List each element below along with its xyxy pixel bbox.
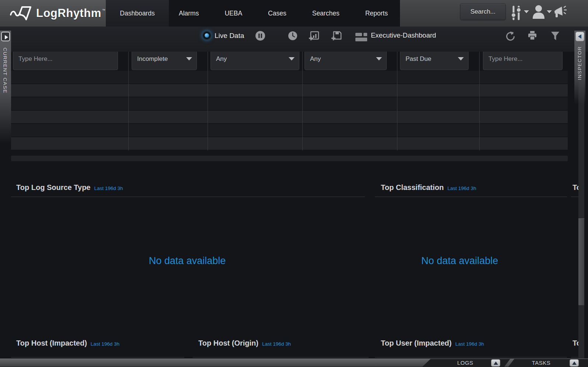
filter-status-dropdown[interactable]: Incomplete bbox=[132, 52, 197, 70]
table-row bbox=[11, 137, 568, 150]
tab-ueba[interactable]: UEBA bbox=[215, 0, 252, 27]
filter-due-dropdown[interactable]: Past Due bbox=[400, 52, 469, 70]
widget-title: Top Host (Impacted) bbox=[16, 339, 87, 347]
chevron-down-icon[interactable] bbox=[547, 10, 552, 13]
dashboard-name[interactable]: Executive-Dashboard bbox=[371, 31, 436, 39]
widget-time-range[interactable]: Last 196d 3h bbox=[455, 341, 484, 347]
tasks-drawer-tab[interactable]: TASKS bbox=[523, 359, 560, 367]
chevron-down-icon bbox=[289, 57, 295, 60]
widget-time-range[interactable]: Last 196d 3h bbox=[262, 341, 291, 347]
no-data-message: No data available bbox=[412, 255, 508, 267]
column-divider bbox=[208, 52, 208, 150]
table-row bbox=[11, 124, 568, 137]
widget-underline bbox=[11, 357, 184, 357]
nav-tabs: Alarms UEBA Cases Searches Reports bbox=[169, 0, 398, 27]
widget-underline bbox=[571, 357, 578, 357]
chevron-down-icon bbox=[376, 57, 382, 60]
filter-value: Any bbox=[216, 55, 227, 63]
widget-title: Top Log Source Type bbox=[16, 183, 90, 191]
undo-refresh-icon[interactable] bbox=[505, 31, 515, 41]
chevron-down-icon[interactable] bbox=[524, 10, 529, 13]
logrhythm-app: Type Here... Incomplete Any Any Past Due… bbox=[0, 0, 588, 367]
top-nav: LogRhythm ™ Dashboards Alarms UEBA Cases… bbox=[0, 0, 588, 27]
add-widget-icon[interactable] bbox=[309, 31, 319, 41]
brand-wordmark: LogRhythm bbox=[36, 7, 101, 20]
live-data-toggle[interactable] bbox=[202, 31, 211, 40]
widget-title: Top Classification bbox=[381, 183, 444, 191]
filter-text-input-2[interactable]: Type Here... bbox=[483, 52, 563, 70]
user-profile-icon[interactable] bbox=[532, 5, 545, 19]
widget-title: To bbox=[573, 183, 578, 191]
widget-header-top-user-impacted: Top User (Impacted)Last 196d 3h bbox=[381, 339, 484, 347]
inspector-panel-tab[interactable]: INSPECTOR bbox=[574, 31, 585, 104]
table-row bbox=[11, 97, 568, 110]
tasks-expand-button[interactable] bbox=[570, 359, 579, 367]
widget-title: Top Host (Origin) bbox=[198, 339, 258, 347]
tab-alarms[interactable]: Alarms bbox=[169, 0, 209, 27]
widget-underline bbox=[193, 357, 369, 357]
expand-current-case-button[interactable] bbox=[1, 32, 10, 41]
bottom-status-bar: LOGS TASKS bbox=[0, 359, 588, 367]
announcements-megaphone-icon[interactable] bbox=[553, 5, 567, 18]
column-divider bbox=[302, 52, 303, 150]
tab-cases[interactable]: Cases bbox=[258, 0, 296, 27]
table-row bbox=[11, 71, 568, 84]
current-case-label: CURRENT CASE bbox=[2, 48, 8, 93]
chevron-down-icon bbox=[458, 57, 464, 60]
widget-header-top-host-origin: Top Host (Origin)Last 196d 3h bbox=[198, 339, 291, 347]
widget-underline bbox=[375, 197, 567, 197]
horizontal-scrollbar[interactable] bbox=[11, 156, 568, 161]
dashboard-content: Type Here... Incomplete Any Any Past Due… bbox=[0, 52, 588, 359]
current-case-panel-tab[interactable]: CURRENT CASE bbox=[0, 31, 11, 143]
pause-button[interactable] bbox=[255, 31, 265, 41]
filter-funnel-icon[interactable] bbox=[551, 31, 560, 41]
chevron-down-icon bbox=[186, 57, 192, 60]
filter-placeholder: Type Here... bbox=[488, 55, 523, 63]
preferences-sliders-icon[interactable] bbox=[511, 5, 522, 21]
widget-header-clipped: To bbox=[573, 339, 578, 349]
widget-title: To bbox=[573, 339, 578, 347]
filter-value: Past Due bbox=[406, 55, 431, 63]
logs-drawer-tab[interactable]: LOGS bbox=[447, 359, 484, 367]
live-data-label: Live Data bbox=[215, 32, 244, 40]
save-dashboard-icon[interactable] bbox=[331, 31, 342, 41]
arrow-up-icon bbox=[494, 361, 498, 365]
widget-time-range[interactable]: Last 196d 3h bbox=[94, 186, 123, 191]
nav-right-section: Search... bbox=[400, 0, 588, 27]
widget-title: Top User (Impacted) bbox=[381, 339, 452, 347]
no-data-message: No data available bbox=[139, 255, 235, 267]
filter-text-input-1[interactable]: Type Here... bbox=[13, 52, 118, 70]
filter-any-dropdown-1[interactable]: Any bbox=[211, 52, 299, 70]
scrollbar-thumb[interactable] bbox=[578, 218, 584, 305]
inspector-label: INSPECTOR bbox=[577, 46, 582, 80]
column-divider bbox=[397, 52, 397, 150]
widget-underline bbox=[375, 357, 567, 357]
widget-time-range[interactable]: Last 196d 3h bbox=[448, 186, 476, 191]
table-row bbox=[11, 84, 568, 97]
filter-any-dropdown-2[interactable]: Any bbox=[305, 52, 387, 70]
dashboard-layout-icon[interactable] bbox=[355, 33, 367, 41]
widget-header-top-log-source-type: Top Log Source TypeLast 196d 3h bbox=[16, 183, 123, 192]
widget-time-range[interactable]: Last 196d 3h bbox=[91, 341, 119, 347]
dashboard-toolbar: Live Data Execu bbox=[0, 27, 588, 52]
column-divider bbox=[128, 52, 129, 150]
filter-value: Incomplete bbox=[137, 55, 168, 63]
logs-expand-button[interactable] bbox=[491, 359, 500, 367]
arrow-left-icon bbox=[578, 34, 581, 39]
tab-reports[interactable]: Reports bbox=[355, 0, 398, 27]
widget-underline bbox=[11, 197, 365, 197]
table-row bbox=[11, 111, 568, 124]
logrhythm-wave-icon bbox=[10, 5, 32, 21]
column-divider bbox=[479, 52, 480, 150]
live-indicator bbox=[205, 33, 209, 38]
arrow-right-icon bbox=[5, 35, 8, 39]
search-button[interactable]: Search... bbox=[460, 3, 506, 20]
brand-trademark: ™ bbox=[102, 8, 105, 12]
expand-inspector-button[interactable] bbox=[575, 32, 584, 41]
tab-dashboards[interactable]: Dashboards bbox=[106, 0, 169, 27]
tab-searches[interactable]: Searches bbox=[302, 0, 349, 27]
filter-value: Any bbox=[310, 55, 321, 63]
print-icon[interactable] bbox=[527, 31, 537, 41]
brand-logo[interactable]: LogRhythm ™ bbox=[0, 0, 106, 27]
time-range-clock-icon[interactable] bbox=[288, 31, 298, 41]
